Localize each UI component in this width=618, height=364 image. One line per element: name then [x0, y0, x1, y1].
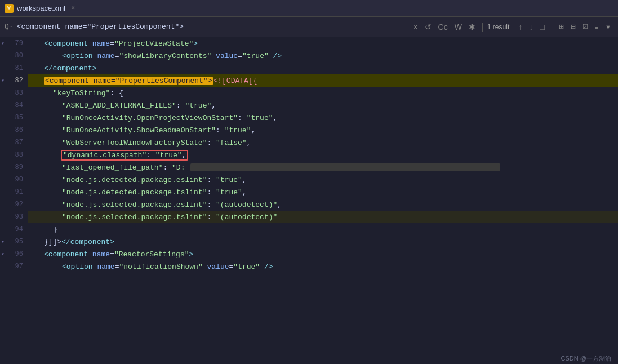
line-num-86: 86	[0, 124, 28, 136]
line-num-84: 84	[0, 99, 28, 112]
search-divider2	[552, 23, 552, 32]
code-line-79: <component name="ProjectViewState">	[28, 37, 618, 50]
line-num-80: 80	[0, 50, 28, 62]
title-bar: W workspace.xml ×	[0, 0, 618, 17]
code-line-82: <component name="PropertiesComponent"><!…	[28, 74, 618, 87]
search-next-button[interactable]: ↓	[527, 21, 535, 33]
code-area: ▾ 79 80 81 ▾ 82 83 84 85 86 87 88 89 90 …	[0, 37, 618, 353]
search-prev-button[interactable]: ↑	[516, 21, 524, 33]
search-case-button[interactable]: Cc	[436, 21, 450, 33]
code-line-86: "RunOnceActivity.ShowReadmeOnStart": "tr…	[28, 124, 618, 136]
line-numbers: ▾ 79 80 81 ▾ 82 83 84 85 86 87 88 89 90 …	[0, 37, 28, 353]
tab-close-button[interactable]: ×	[71, 5, 75, 12]
search-regex-button[interactable]: ✱	[466, 21, 478, 33]
code-line-97: <option name="notificationShown" value="…	[28, 260, 618, 273]
line-num-94: 94	[0, 223, 28, 236]
search-list-button[interactable]: ≡	[593, 23, 601, 32]
line-num-85: 85	[0, 112, 28, 124]
file-icon: W	[5, 4, 14, 13]
tab-label[interactable]: workspace.xml	[17, 4, 65, 12]
search-query-display: <component name="PropertiesComponent">	[17, 23, 408, 31]
line-num-96: ▾ 96	[0, 248, 28, 260]
line-num-89: 89	[0, 161, 28, 174]
search-highlight: <component name="PropertiesComponent">	[44, 77, 213, 85]
line-num-91: 91	[0, 186, 28, 198]
search-filter-button[interactable]: ▼	[603, 23, 613, 32]
search-actions: × ↺ Cc W ✱ 1 result ↑ ↓ □ ⊞ ⊟ ☑ ≡ ▼	[411, 21, 613, 33]
code-line-84: "ASKED_ADD_EXTERNAL_FILES": "true",	[28, 99, 618, 112]
search-bar: Q· <component name="PropertiesComponent"…	[0, 17, 618, 37]
code-line-91: "node.js.detected.package.tslint": "true…	[28, 186, 618, 198]
search-minus-button[interactable]: ⊟	[568, 22, 578, 32]
code-lines[interactable]: <component name="ProjectViewState"> <opt…	[28, 37, 618, 353]
search-close-button[interactable]: ×	[411, 21, 420, 33]
line-num-83: 83	[0, 87, 28, 99]
fold-arrow-96[interactable]: ▾	[1, 251, 5, 258]
search-undo-button[interactable]: ↺	[423, 21, 434, 33]
line-num-88: 88	[0, 149, 28, 161]
search-result-count: 1 result	[487, 23, 509, 31]
credit-text: CSDN @一方湖泊	[561, 354, 611, 363]
code-line-96: <component name="ReactorSettings">	[28, 248, 618, 260]
code-line-95: }]]></component>	[28, 236, 618, 248]
status-bar: CSDN @一方湖泊	[0, 353, 618, 364]
line-num-95: ▾ 95	[0, 236, 28, 248]
code-line-81: </component>	[28, 62, 618, 74]
code-line-90: "node.js.detected.package.eslint": "true…	[28, 174, 618, 186]
code-line-92: "node.js.selected.package.eslint": "(aut…	[28, 198, 618, 211]
code-line-87: "WebServerToolWindowFactoryState": "fals…	[28, 136, 618, 149]
code-line-83: "keyToString": {	[28, 87, 618, 99]
code-line-80: <option name="showLibraryContents" value…	[28, 50, 618, 62]
fold-arrow-82[interactable]: ▾	[1, 77, 5, 84]
code-line-85: "RunOnceActivity.OpenProjectViewOnStart"…	[28, 112, 618, 124]
line-num-87: 87	[0, 136, 28, 149]
red-highlight-box: "dynamic.classpath": "true",	[61, 150, 188, 161]
line-num-93: 93	[0, 211, 28, 223]
search-divider	[482, 23, 483, 32]
line-num-92: 92	[0, 198, 28, 211]
search-icon: Q·	[5, 23, 14, 31]
line-num-79: ▾ 79	[0, 37, 28, 50]
fold-arrow-79[interactable]: ▾	[1, 40, 5, 47]
code-line-89: "last_opened_file_path": "D:	[28, 161, 618, 174]
line-num-90: 90	[0, 174, 28, 186]
search-check-button[interactable]: ☑	[580, 22, 590, 32]
search-match-button[interactable]: □	[537, 21, 546, 33]
line-num-81: 81	[0, 62, 28, 74]
search-plus-button[interactable]: ⊞	[557, 22, 566, 32]
code-line-88: "dynamic.classpath": "true",	[28, 149, 618, 161]
code-line-93: "node.js.selected.package.tslint": "(aut…	[28, 211, 618, 223]
code-line-94: }	[28, 223, 618, 236]
line-num-82: ▾ 82	[0, 74, 28, 87]
fold-arrow-95[interactable]: ▾	[1, 238, 5, 245]
search-word-button[interactable]: W	[452, 21, 464, 33]
line-num-97: 97	[0, 260, 28, 273]
redacted-path	[190, 163, 500, 171]
